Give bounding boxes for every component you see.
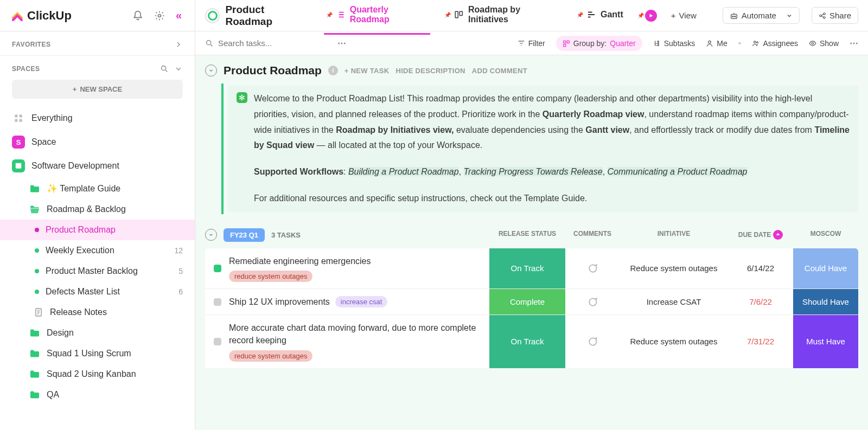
new-space-button[interactable]: + NEW SPACE: [12, 80, 183, 99]
svg-rect-9: [456, 11, 458, 18]
task-status-square[interactable]: [214, 338, 221, 345]
svg-rect-20: [564, 44, 566, 46]
info-icon[interactable]: i: [328, 66, 338, 75]
task-tag[interactable]: increase csat: [335, 296, 388, 307]
tab-quarterly-roadmap[interactable]: 📌 Quarterly Roadmap: [324, 0, 430, 35]
sidebar-list-defects[interactable]: Defects Master List 6: [0, 281, 195, 302]
col-moscow[interactable]: MOSCOW: [793, 230, 858, 240]
sidebar-folder-qa[interactable]: QA: [0, 384, 195, 405]
main: Product Roadmap 📌 Quarterly Roadmap 📌 Ro…: [195, 0, 868, 430]
cell-release-status[interactable]: On Track: [489, 248, 565, 288]
more-icon[interactable]: ⋯: [850, 38, 858, 48]
sidebar-folder-squad1[interactable]: Squad 1 Using Scrum: [0, 343, 195, 364]
sidebar-folder-squad2[interactable]: Squad 2 Using Kanban: [0, 364, 195, 384]
people-icon: [752, 40, 760, 47]
cell-comments[interactable]: [565, 248, 620, 288]
sidebar-item-label: Everything: [31, 113, 183, 123]
spaces-header[interactable]: SPACES: [0, 56, 195, 80]
sidebar-folder-design[interactable]: Design: [0, 323, 195, 343]
cell-initiative[interactable]: Reduce system outages: [620, 248, 728, 288]
task-status-square[interactable]: [214, 265, 221, 272]
notifications-icon[interactable]: [130, 8, 145, 23]
hidden-view-indicator[interactable]: 📌: [637, 10, 657, 22]
cell-due-date[interactable]: 6/14/22: [728, 248, 793, 288]
group-by-button[interactable]: Group by: Quarter: [556, 36, 642, 51]
svg-point-22: [658, 42, 659, 43]
tab-gantt[interactable]: 📌 Gantt: [575, 1, 626, 30]
quarter-badge[interactable]: FY23 Q1: [224, 228, 265, 242]
cell-due-date[interactable]: 7/6/22: [728, 289, 793, 315]
share-button[interactable]: Share: [812, 7, 858, 24]
col-due-date[interactable]: DUE DATE: [728, 230, 793, 240]
me-button[interactable]: Me: [706, 39, 727, 48]
sidebar-item-label: QA: [47, 390, 183, 400]
svg-rect-2: [15, 114, 17, 117]
cell-comments[interactable]: [565, 315, 620, 368]
cell-initiative[interactable]: Reduce system outages: [620, 315, 728, 368]
svg-point-23: [658, 44, 659, 46]
cell-release-status[interactable]: On Track: [489, 315, 565, 368]
more-icon[interactable]: ⋯: [337, 38, 346, 48]
sidebar-item-label: ✨ Template Guide: [47, 183, 183, 194]
list-title: Product Roadmap: [224, 64, 322, 77]
cell-moscow[interactable]: Must Have: [793, 315, 858, 368]
description-text[interactable]: Welcome to the Product Roadmap List! Thi…: [254, 91, 850, 207]
chevron-right-icon: [174, 40, 183, 49]
task-status-square[interactable]: [214, 298, 221, 306]
cell-moscow[interactable]: Could Have: [793, 248, 858, 288]
sidebar-item-everything[interactable]: Everything: [0, 106, 195, 130]
new-task-button[interactable]: + NEW TASK: [344, 67, 390, 75]
task-tag[interactable]: reduce system outages: [229, 271, 312, 282]
col-comments[interactable]: COMMENTS: [565, 230, 620, 240]
collapse-sidebar-icon[interactable]: «: [174, 7, 184, 24]
current-folder-title[interactable]: Product Roadmap: [205, 4, 312, 28]
plus-icon: +: [73, 85, 77, 93]
search-box[interactable]: [205, 38, 327, 48]
sidebar-list-product-roadmap[interactable]: Product Roadmap: [0, 220, 195, 240]
collapse-group-icon[interactable]: [205, 229, 217, 241]
sidebar-folder-roadmap-backlog[interactable]: Roadmap & Backlog ⋯ +: [0, 199, 195, 220]
task-row[interactable]: More accurate chart data moving forward,…: [205, 315, 858, 368]
cell-due-date[interactable]: 7/31/22: [728, 315, 793, 368]
tab-label: Roadmap by Initiatives: [468, 5, 560, 24]
cell-release-status[interactable]: Complete: [489, 289, 565, 315]
tab-roadmap-initiatives[interactable]: 📌 Roadmap by Initiatives: [442, 0, 562, 35]
sidebar-list-weekly-execution[interactable]: Weekly Execution 12: [0, 240, 195, 261]
svg-point-17: [207, 40, 211, 44]
sidebar-list-master-backlog[interactable]: Product Master Backlog 5: [0, 261, 195, 281]
automate-button[interactable]: Automate: [723, 7, 800, 24]
folder-open-icon: [29, 205, 40, 214]
cell-initiative[interactable]: Increase CSAT: [620, 289, 728, 315]
cell-moscow[interactable]: Should Have: [793, 289, 858, 315]
filter-label: Filter: [528, 39, 545, 48]
hide-description-button[interactable]: HIDE DESCRIPTION: [395, 67, 465, 75]
cell-comments[interactable]: [565, 289, 620, 315]
assignees-button[interactable]: Assignees: [752, 39, 798, 48]
sidebar-folder-template-guide[interactable]: ✨ Template Guide: [0, 178, 195, 199]
search-input[interactable]: [218, 38, 327, 48]
view-tabs: Product Roadmap 📌 Quarterly Roadmap 📌 Ro…: [195, 0, 868, 31]
sidebar-item-software-dev[interactable]: Software Development: [0, 154, 195, 178]
collapse-list-icon[interactable]: [205, 65, 217, 76]
favorites-header[interactable]: FAVORITES: [0, 31, 195, 55]
sidebar-item-space[interactable]: S Space: [0, 130, 195, 154]
search-icon[interactable]: [160, 65, 169, 73]
subtasks-button[interactable]: Subtasks: [653, 39, 695, 48]
task-row[interactable]: Ship 12 UX improvementsincrease csatComp…: [205, 289, 858, 315]
col-initiative[interactable]: INITIATIVE: [620, 230, 728, 240]
folder-icon: [29, 370, 40, 378]
sidebar-item-label: Squad 1 Using Scrum: [47, 349, 183, 358]
settings-icon[interactable]: [152, 8, 167, 23]
sidebar-doc-release-notes[interactable]: Release Notes: [0, 302, 195, 323]
task-row[interactable]: Remediate engineering emergenciesreduce …: [205, 248, 858, 289]
chevron-down-icon[interactable]: [174, 65, 183, 73]
col-release-status[interactable]: RELEASE STATUS: [489, 230, 565, 240]
add-comment-button[interactable]: ADD COMMENT: [472, 67, 527, 75]
app-logo[interactable]: ClickUp: [11, 9, 72, 23]
sidebar-item-label: Roadmap & Backlog: [47, 204, 183, 214]
add-view-button[interactable]: + View: [669, 8, 699, 23]
filter-button[interactable]: Filter: [518, 39, 545, 48]
task-tag[interactable]: reduce system outages: [229, 350, 312, 362]
svg-rect-6: [16, 164, 22, 169]
show-button[interactable]: Show: [809, 39, 839, 48]
